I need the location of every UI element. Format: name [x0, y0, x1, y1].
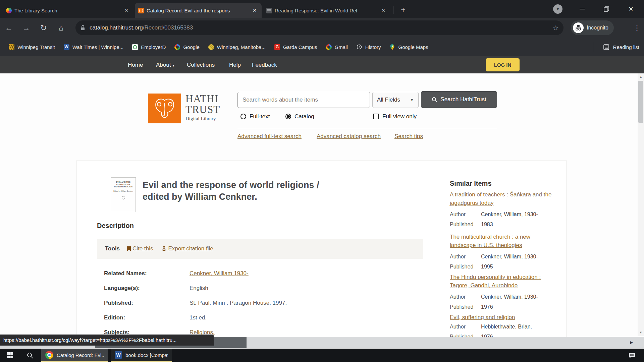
google-maps-icon: [389, 44, 395, 50]
related-names-link[interactable]: Cenkner, William 1930-: [190, 270, 249, 277]
tab-close-icon[interactable]: ✕: [251, 7, 258, 14]
bookmark-wait-times[interactable]: W Wait Times | Winnipe...: [64, 44, 124, 50]
tab-title: Catalog Record: Evil and the respons: [147, 8, 248, 13]
bookmark-winnipeg-transit[interactable]: Winnipeg Transit: [9, 44, 55, 50]
tab-catalog-record[interactable]: Catalog Record: Evil and the respons ✕: [135, 3, 262, 18]
logo-subtitle: Digital Library: [185, 116, 220, 122]
logo-line1: HATHI: [185, 94, 220, 104]
bookmark-winnipeg-manitoba[interactable]: Winnipeg, Manitoba...: [208, 44, 266, 50]
nav-home[interactable]: Home: [128, 56, 143, 73]
bookmark-label: History: [365, 44, 381, 50]
tab-reading-response[interactable]: Reading Response: Evil in World Rel ✕: [263, 3, 390, 18]
taskbar-chrome-button[interactable]: Catalog Record: Evi...: [41, 349, 108, 362]
bookmark-history[interactable]: History: [357, 44, 381, 50]
incognito-label: Incognito: [587, 25, 608, 31]
winnipeg-manitoba-icon: [208, 44, 214, 50]
similar-item-link[interactable]: The Hindu personality in education : Tag…: [450, 273, 554, 290]
fullview-checkbox[interactable]: [373, 114, 379, 119]
forward-icon[interactable]: →: [17, 23, 35, 33]
reading-list-icon: [603, 44, 610, 50]
advanced-fulltext-link[interactable]: Advanced full-text search: [237, 133, 302, 140]
site-nav: Home About ▾ Collections Help Feedback: [0, 56, 644, 73]
chrome-icon: [45, 351, 53, 359]
nav-about[interactable]: About ▾: [156, 56, 174, 73]
cover-title: EVIL AND THE RESPONSE OF WORLD RELIGION: [114, 181, 133, 188]
search-input[interactable]: [237, 92, 370, 108]
address-bar[interactable]: catalog.hathitrust.org/Record/003165383 …: [75, 20, 564, 35]
bookmark-employerd[interactable]: EmployerD: [132, 44, 166, 50]
reading-list-label: Reading list: [613, 44, 639, 50]
tab-title: The Library Search: [14, 8, 120, 13]
field-select[interactable]: All Fields ▼: [372, 92, 419, 108]
bookmark-label: Garda Campus: [283, 44, 317, 50]
bookmark-google[interactable]: Google: [174, 44, 199, 50]
back-icon[interactable]: ←: [0, 23, 17, 33]
close-window-button[interactable]: ✕: [621, 0, 641, 18]
bookmark-label: Google Maps: [398, 44, 428, 50]
similar-item-link[interactable]: The multicultural church : a new landsca…: [450, 233, 554, 249]
search-button-label: Search HathiTrust: [440, 96, 486, 103]
document-icon: [266, 8, 272, 13]
vertical-scrollbar[interactable]: ▲ ▼: [638, 73, 644, 336]
logo-line2: TRUST: [185, 104, 220, 115]
hathitrust-wordmark: HATHI TRUST Digital Library: [185, 94, 220, 122]
scroll-up-icon[interactable]: ▲: [638, 73, 644, 80]
bookmarks-bar: Winnipeg Transit W Wait Times | Winnipe.…: [0, 38, 644, 56]
published-value: 1995: [481, 264, 493, 270]
nav-collections[interactable]: Collections: [187, 56, 215, 73]
scroll-down-icon[interactable]: ▼: [638, 329, 644, 336]
taskbar-word-button[interactable]: W book.docx [Compat...: [111, 349, 172, 362]
notification-button[interactable]: [625, 349, 639, 362]
field-label: Published:: [104, 300, 133, 306]
windows-icon: [7, 352, 13, 358]
scroll-right-icon[interactable]: ▶: [626, 337, 637, 348]
start-button[interactable]: [0, 349, 20, 362]
advanced-catalog-link[interactable]: Advanced catalog search: [317, 133, 381, 140]
restore-button[interactable]: [597, 0, 616, 18]
fulltext-radio-label: Full-text: [250, 113, 270, 120]
reload-icon[interactable]: ↻: [35, 23, 52, 33]
cite-this-link[interactable]: Cite this: [127, 245, 153, 252]
tab-close-icon[interactable]: ✕: [123, 7, 130, 14]
hathitrust-icon: [138, 8, 144, 13]
cover-editor: Edited by William Cenkner: [111, 190, 136, 192]
screen: The Library Search ✕ Catalog Record: Evi…: [0, 0, 644, 362]
similar-item-link[interactable]: Evil, suffering and religion: [450, 313, 554, 321]
bookmark-google-maps[interactable]: Google Maps: [389, 44, 428, 50]
export-citation-link[interactable]: Export citation file: [161, 245, 213, 252]
published-label: Published: [450, 264, 473, 270]
login-button[interactable]: LOG IN: [486, 58, 520, 71]
catalog-radio[interactable]: [285, 114, 291, 119]
home-icon[interactable]: ⌂: [52, 23, 70, 33]
taskbar-search-button[interactable]: [20, 349, 40, 362]
reading-list-button[interactable]: Reading list: [594, 38, 639, 56]
fulltext-radio[interactable]: [240, 114, 246, 119]
menu-dots-icon[interactable]: ⋮: [632, 20, 642, 35]
notification-icon: [629, 353, 635, 358]
export-icon: [161, 246, 167, 252]
published-label: Published: [450, 304, 473, 310]
tab-close-icon[interactable]: ✕: [380, 7, 387, 14]
minimize-button[interactable]: [572, 0, 592, 18]
catalog-radio-label: Catalog: [294, 113, 314, 120]
bookmark-gmail[interactable]: Gmail: [326, 44, 348, 50]
search-tips-link[interactable]: Search tips: [394, 133, 423, 140]
elephant-icon: [153, 98, 177, 120]
library-rainbow-icon: [6, 8, 12, 13]
nav-help[interactable]: Help: [229, 56, 241, 73]
bookmark-garda-campus[interactable]: G Garda Campus: [274, 44, 317, 50]
new-tab-button[interactable]: +: [398, 5, 409, 15]
similar-item-link[interactable]: A tradition of teachers : Śaṅkara and th…: [450, 190, 554, 207]
vertical-scroll-thumb[interactable]: [638, 81, 643, 123]
tab-search-caret-icon[interactable]: ▼: [553, 4, 562, 14]
hathitrust-logo[interactable]: [148, 94, 181, 123]
field-label: Edition:: [104, 314, 125, 321]
tab-library-search[interactable]: The Library Search ✕: [3, 3, 133, 18]
book-cover-thumbnail: EVIL AND THE RESPONSE OF WORLD RELIGION …: [111, 177, 136, 212]
search-hathitrust-button[interactable]: Search HathiTrust: [421, 91, 497, 108]
author-label: Author: [450, 324, 466, 330]
fullview-checkbox-label: Full view only: [382, 113, 417, 120]
author-label: Author: [450, 294, 466, 300]
nav-feedback[interactable]: Feedback: [252, 56, 277, 73]
bookmark-star-icon[interactable]: ☆: [553, 24, 559, 32]
